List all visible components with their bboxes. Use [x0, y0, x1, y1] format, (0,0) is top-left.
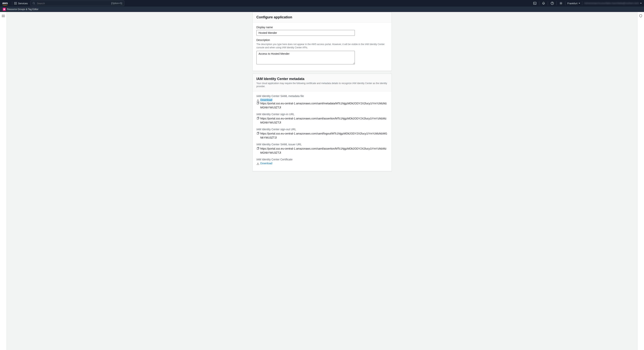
services-label: Services [18, 2, 28, 5]
panel-body: Display name Description The description… [252, 23, 392, 71]
svg-rect-18 [257, 133, 258, 134]
caret-down-icon [640, 3, 642, 4]
open-nav-button[interactable] [2, 14, 5, 17]
search-input[interactable] [37, 2, 111, 5]
region-selector[interactable]: Frankfurt [567, 2, 580, 5]
services-menu[interactable]: Services [14, 2, 28, 5]
svg-line-10 [34, 4, 35, 5]
issuer-url-item: IAM Identity Center SAML issuer URL http… [256, 143, 388, 155]
svg-rect-3 [14, 3, 15, 4]
meta-label: IAM Identity Center SAML metadata file [256, 95, 388, 98]
notifications-button[interactable] [541, 2, 546, 5]
gear-icon [560, 2, 562, 5]
svg-point-14 [4, 9, 5, 10]
nav-divider [12, 1, 12, 5]
certificate-download-link[interactable]: Download [260, 162, 272, 165]
aws-logo-text: aws [2, 1, 8, 5]
signout-url: https://portal.sso.eu-central-1.amazonaw… [260, 132, 388, 140]
cloudshell-icon [533, 2, 536, 5]
cloudshell-button[interactable] [532, 2, 537, 5]
resource-groups-icon [3, 8, 6, 11]
svg-rect-6 [14, 4, 15, 5]
svg-point-15 [4, 9, 5, 10]
copy-icon[interactable] [256, 147, 260, 150]
account-menu[interactable]: AdministratorAccess/fabio.tranchitella@n… [584, 2, 642, 5]
svg-rect-5 [16, 3, 17, 4]
bell-icon [542, 2, 545, 5]
help-icon [551, 2, 554, 5]
copy-icon[interactable] [256, 117, 260, 120]
description-textarea[interactable] [256, 51, 355, 64]
sub-nav: Resource Groups & Tag Editor [0, 6, 644, 12]
top-nav: aws Services [Option+S] [0, 0, 644, 6]
aws-logo[interactable]: aws [2, 1, 8, 5]
help-button[interactable] [550, 2, 554, 5]
left-rail [0, 12, 7, 350]
panel-header: Configure application [252, 12, 392, 23]
nav-divider [556, 1, 557, 5]
nav-divider [539, 1, 539, 5]
resource-groups-label: Resource Groups & Tag Editor [7, 8, 38, 11]
svg-point-13 [560, 3, 562, 4]
main-area: Configure application Display name Descr… [7, 12, 637, 350]
certificate-item: IAM Identity Center Certificate Download [256, 158, 388, 165]
display-name-group: Display name [256, 26, 388, 36]
saml-file-url: https://portal.sso.eu-central-1.amazonaw… [260, 101, 388, 110]
meta-label: IAM Identity Center sign-in URL [256, 113, 388, 116]
search-shortcut: [Option+S] [111, 2, 122, 5]
signin-url: https://portal.sso.eu-central-1.amazonaw… [260, 117, 388, 125]
description-label: Description [256, 38, 388, 41]
account-label: AdministratorAccess/fabio.tranchitella@n… [584, 2, 639, 5]
resource-groups-link[interactable]: Resource Groups & Tag Editor [3, 8, 38, 11]
meta-label: IAM Identity Center SAML issuer URL [256, 143, 388, 146]
saml-metadata-file-item: IAM Identity Center SAML metadata file D… [256, 95, 388, 110]
description-group: Description The description you type her… [256, 38, 388, 65]
svg-rect-1 [15, 2, 16, 3]
meta-label: IAM Identity Center Certificate [256, 158, 388, 161]
svg-rect-8 [16, 4, 17, 5]
metadata-panel: IAM Identity Center metadata Your cloud … [252, 74, 392, 172]
panel-title: IAM Identity Center metadata [256, 77, 388, 81]
search-box[interactable]: [Option+S] [30, 0, 124, 6]
svg-rect-7 [15, 4, 16, 5]
svg-rect-16 [257, 102, 258, 104]
shield-icon [639, 15, 642, 18]
download-icon [256, 99, 260, 102]
panel-header: IAM Identity Center metadata Your cloud … [252, 74, 392, 92]
display-name-label: Display name [256, 26, 388, 29]
svg-rect-2 [16, 2, 17, 3]
nav-divider [582, 1, 582, 5]
svg-rect-4 [15, 3, 16, 4]
saml-file-download-link[interactable]: Download [260, 98, 272, 101]
issuer-url: https://portal.sso.eu-central-1.amazonaw… [260, 147, 388, 155]
svg-rect-11 [534, 2, 536, 4]
settings-button[interactable] [559, 2, 563, 5]
download-icon [256, 162, 260, 165]
region-label: Frankfurt [567, 2, 578, 5]
copy-icon[interactable] [256, 102, 260, 105]
search-icon [32, 2, 35, 5]
right-rail [637, 12, 644, 350]
description-help: The description you type here does not a… [256, 43, 388, 49]
svg-rect-17 [257, 118, 258, 119]
panel-title: Configure application [256, 15, 388, 19]
configure-application-panel: Configure application Display name Descr… [252, 12, 392, 71]
svg-rect-19 [257, 148, 258, 149]
nav-divider [565, 1, 566, 5]
signout-url-item: IAM Identity Center sign-out URL https:/… [256, 128, 388, 140]
meta-label: IAM Identity Center sign-out URL [256, 128, 388, 131]
svg-rect-0 [14, 2, 15, 3]
security-hub-button[interactable] [639, 14, 642, 17]
copy-icon[interactable] [256, 132, 260, 135]
signin-url-item: IAM Identity Center sign-in URL https://… [256, 113, 388, 125]
grid-icon [14, 2, 17, 5]
caret-down-icon [578, 3, 580, 4]
panel-subtitle: Your cloud application may require the f… [256, 82, 388, 88]
svg-point-9 [33, 2, 35, 4]
panel-body: IAM Identity Center SAML metadata file D… [252, 91, 392, 171]
display-name-input[interactable] [256, 30, 355, 36]
nav-divider [548, 1, 548, 5]
